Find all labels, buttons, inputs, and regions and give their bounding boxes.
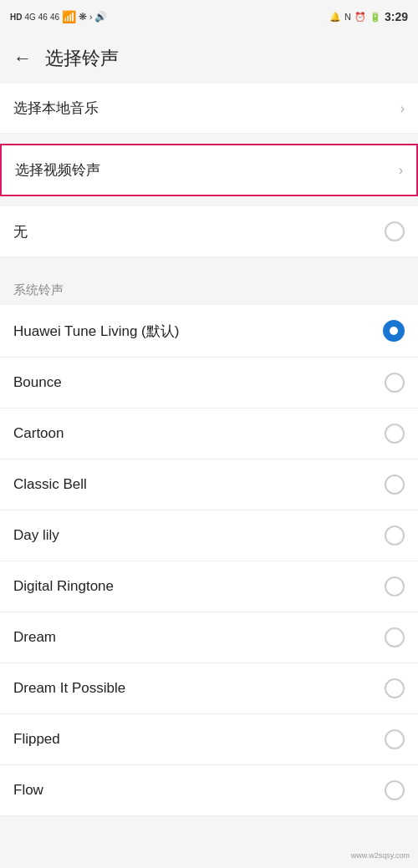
ringtone-item-day-lily[interactable]: Day lily: [0, 510, 418, 561]
status-right-icons: 🔔 N ⏰ 🔋 3:29: [329, 10, 408, 23]
ringtone-radio-flipped[interactable]: [385, 729, 405, 749]
n-icon: 🔔: [329, 12, 341, 23]
ringtone-label-digital-ringtone: Digital Ringtone: [13, 578, 114, 595]
ringtone-radio-bounce[interactable]: [385, 373, 405, 393]
hd-icon: HD: [10, 13, 22, 22]
video-ringtone-label: 选择视频铃声: [15, 160, 100, 180]
back-button[interactable]: ←: [13, 48, 32, 69]
system-section-label: 系统铃声: [0, 267, 418, 305]
more-icon: ›: [89, 13, 92, 22]
status-left-icons: HD 4G 46 46 📶 ❋ › 🔊: [10, 10, 107, 23]
watermark: www.w2sqsy.com: [351, 851, 410, 860]
ringtone-item-digital-ringtone[interactable]: Digital Ringtone: [0, 561, 418, 612]
ringtone-radio-day-lily[interactable]: [385, 525, 405, 546]
video-ringtone-chevron-icon: ›: [399, 163, 403, 178]
spacer-3: [0, 257, 418, 267]
ringtone-label-huawei-tune: Huawei Tune Living (默认): [13, 322, 179, 341]
ringtone-label-classic-bell: Classic Bell: [13, 476, 87, 493]
ringtone-radio-huawei-tune[interactable]: [383, 320, 405, 342]
local-music-chevron-icon: ›: [400, 101, 405, 116]
video-ringtone-item[interactable]: 选择视频铃声 ›: [0, 144, 418, 196]
ringtone-item-dream[interactable]: Dream: [0, 612, 418, 663]
ringtone-label-flipped: Flipped: [13, 731, 60, 748]
header: ← 选择铃声: [0, 33, 418, 84]
ringtone-item-flipped[interactable]: Flipped: [0, 714, 418, 765]
spacer-1: [0, 134, 418, 144]
ringtone-radio-cartoon[interactable]: [385, 424, 405, 444]
ringtone-label-dream: Dream: [13, 629, 56, 646]
n-label: N: [344, 12, 351, 22]
ringtone-label-flow: Flow: [13, 782, 43, 799]
ringtone-label-cartoon: Cartoon: [13, 425, 64, 442]
ringtone-radio-dream[interactable]: [385, 627, 405, 647]
signal-icon: 46: [38, 13, 48, 22]
ringtone-item-bounce[interactable]: Bounce: [0, 358, 418, 409]
ringtone-label-day-lily: Day lily: [13, 527, 59, 544]
bt-icon: ❋: [79, 11, 87, 23]
wifi-icon: 📶: [62, 10, 76, 23]
content-area: 选择本地音乐 › 选择视频铃声 › 无 系统铃声 Huawei Tune Liv…: [0, 84, 418, 816]
none-radio-button[interactable]: [385, 221, 405, 241]
status-time: 3:29: [385, 10, 408, 23]
ringtone-item-dream-it-possible[interactable]: Dream It Possible: [0, 663, 418, 714]
ringtone-item-flow[interactable]: Flow: [0, 765, 418, 816]
signal-icon2: 46: [50, 13, 59, 22]
ringtone-radio-digital-ringtone[interactable]: [385, 576, 405, 596]
status-bar: HD 4G 46 46 📶 ❋ › 🔊 🔔 N ⏰ 🔋 3:29: [0, 0, 418, 33]
local-music-item[interactable]: 选择本地音乐 ›: [0, 84, 418, 134]
local-music-label: 选择本地音乐: [13, 99, 99, 118]
ringtone-item-classic-bell[interactable]: Classic Bell: [0, 459, 418, 510]
none-option-label: 无: [13, 222, 28, 241]
none-option-item[interactable]: 无: [0, 206, 418, 257]
clock-icon: ⏰: [354, 12, 366, 23]
speaker-icon: 🔊: [94, 11, 107, 23]
ringtone-label-dream-it-possible: Dream It Possible: [13, 680, 125, 697]
ringtone-label-bounce: Bounce: [13, 374, 62, 391]
network-icon: 4G: [24, 13, 35, 22]
ringtone-radio-flow[interactable]: [385, 780, 405, 800]
battery-icon: 🔋: [370, 12, 381, 23]
ringtone-radio-dream-it-possible[interactable]: [385, 678, 405, 698]
ringtone-item-cartoon[interactable]: Cartoon: [0, 409, 418, 459]
spacer-2: [0, 196, 418, 206]
ringtone-item-huawei-tune[interactable]: Huawei Tune Living (默认): [0, 305, 418, 358]
page-title: 选择铃声: [45, 46, 119, 71]
ringtone-radio-classic-bell[interactable]: [385, 475, 405, 495]
